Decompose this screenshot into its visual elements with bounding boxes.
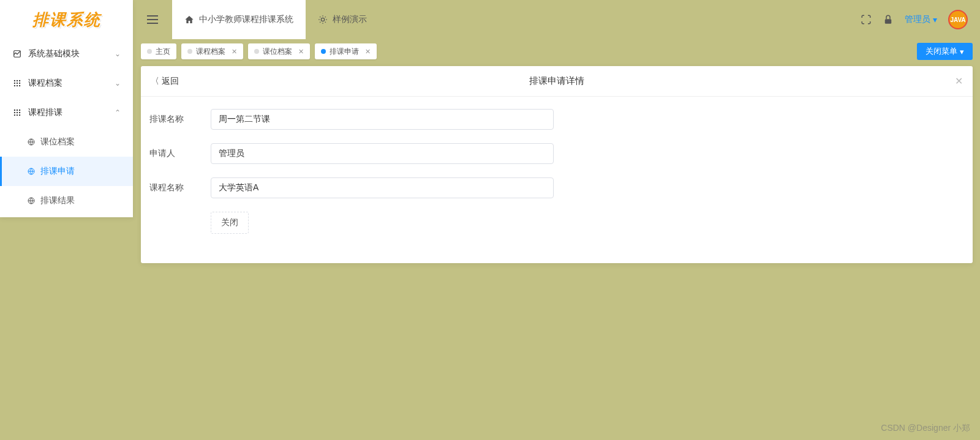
- close-button[interactable]: 关闭: [211, 212, 249, 234]
- detail-form: 排课名称 申请人 课程名称 关闭: [141, 97, 973, 246]
- content-panel: 〈 返回 排课申请详情 ✕ 排课名称 申请人 课程名称 关闭: [141, 66, 973, 263]
- tab-label: 排课申请: [330, 47, 359, 57]
- submenu-label: 排课结果: [40, 195, 75, 206]
- svg-point-13: [14, 112, 15, 113]
- sidebar-subitem-schedule-request[interactable]: 排课申请: [0, 157, 133, 186]
- svg-rect-34: [885, 19, 892, 24]
- sidebar-item-course-schedule[interactable]: 课程排课 ⌃: [0, 98, 133, 127]
- tab-dot-icon: [187, 49, 192, 54]
- tab-dot-icon: [147, 49, 152, 54]
- form-label: 排课名称: [149, 114, 211, 125]
- sidebar: 排课系统 系统基础模块 ⌄ 课程档案 ⌄ 课程排课 ⌃: [0, 0, 133, 217]
- header-right: 管理员 ▾ JAVA: [861, 10, 980, 29]
- dashboard-icon: [12, 49, 22, 59]
- user-menu[interactable]: 管理员 ▾: [905, 14, 937, 25]
- close-icon[interactable]: ✕: [298, 48, 304, 56]
- form-row-schedule-name: 排课名称: [149, 109, 964, 130]
- course-name-field[interactable]: [211, 177, 554, 198]
- globe-icon: [27, 167, 36, 176]
- svg-point-17: [17, 114, 18, 116]
- chevron-down-icon: ⌄: [115, 50, 121, 58]
- svg-point-15: [19, 112, 20, 113]
- fullscreen-icon[interactable]: [861, 14, 872, 25]
- close-menu-button[interactable]: 关闭菜单 ▾: [917, 43, 973, 60]
- page-title: 排课申请详情: [529, 75, 584, 87]
- grid-icon: [12, 78, 22, 88]
- svg-line-33: [325, 17, 326, 17]
- lock-icon[interactable]: [883, 14, 894, 25]
- menu-label: 课程排课: [28, 107, 115, 118]
- svg-point-12: [19, 110, 20, 111]
- header-tab-home[interactable]: 中小学教师课程排课系统: [172, 0, 306, 39]
- svg-point-11: [17, 110, 18, 111]
- svg-point-3: [19, 80, 20, 81]
- globe-icon: [27, 138, 36, 146]
- sidebar-item-system[interactable]: 系统基础模块 ⌄: [0, 39, 133, 69]
- watermark: CSDN @Designer 小郑: [881, 423, 970, 434]
- svg-point-7: [14, 85, 15, 86]
- close-icon[interactable]: ✕: [232, 48, 237, 56]
- hamburger-button[interactable]: [133, 0, 172, 39]
- chevron-up-icon: ⌃: [115, 108, 121, 117]
- svg-point-9: [19, 85, 20, 86]
- tab-label: 课位档案: [263, 47, 292, 57]
- svg-point-6: [19, 83, 20, 84]
- tab-dot-icon: [254, 49, 259, 54]
- header-tab-label: 样例演示: [333, 14, 367, 25]
- form-row-applicant: 申请人: [149, 143, 964, 164]
- svg-point-2: [17, 80, 18, 81]
- page-tab-home[interactable]: 主页: [141, 43, 176, 59]
- svg-point-5: [17, 83, 18, 84]
- applicant-field[interactable]: [211, 143, 554, 164]
- header: 中小学教师课程排课系统 样例演示 管理员 ▾ JAVA: [133, 0, 980, 39]
- sidebar-item-course-archive[interactable]: 课程档案 ⌄: [0, 69, 133, 98]
- page-tabs-bar: 主页 课程档案 ✕ 课位档案 ✕ 排课申请 ✕ 关闭菜单 ▾: [141, 43, 973, 60]
- header-tab-label: 中小学教师课程排课系统: [199, 14, 293, 25]
- svg-point-25: [321, 18, 324, 21]
- logo: 排课系统: [0, 0, 133, 39]
- svg-point-16: [14, 114, 15, 116]
- form-label: 课程名称: [149, 182, 211, 193]
- submenu-label: 排课申请: [40, 166, 75, 177]
- chevron-down-icon: ⌄: [115, 79, 121, 88]
- page-tab-schedule-request[interactable]: 排课申请 ✕: [315, 43, 377, 59]
- user-name: 管理员: [905, 14, 930, 25]
- close-menu-label: 关闭菜单: [925, 46, 957, 57]
- grid-icon: [12, 108, 22, 117]
- avatar[interactable]: JAVA: [948, 10, 968, 29]
- svg-line-29: [325, 22, 326, 23]
- page-tab-course-archive[interactable]: 课程档案 ✕: [181, 43, 243, 59]
- close-icon[interactable]: ✕: [365, 48, 371, 56]
- content-header: 〈 返回 排课申请详情 ✕: [141, 66, 973, 97]
- home-icon: [184, 15, 194, 24]
- tab-dot-icon: [321, 49, 326, 54]
- svg-point-8: [17, 85, 18, 86]
- svg-point-14: [17, 112, 18, 113]
- tab-label: 主页: [156, 47, 170, 57]
- close-icon[interactable]: ✕: [955, 75, 963, 87]
- back-button[interactable]: 〈 返回: [151, 76, 179, 87]
- svg-point-18: [19, 114, 20, 116]
- svg-line-32: [320, 22, 320, 23]
- chevron-down-icon: ▾: [960, 47, 964, 56]
- page-tab-slot-archive[interactable]: 课位档案 ✕: [248, 43, 310, 59]
- back-label: 返回: [162, 76, 179, 87]
- form-label: 申请人: [149, 148, 211, 159]
- header-tab-demo[interactable]: 样例演示: [306, 0, 379, 39]
- chevron-down-icon: ▾: [933, 15, 937, 24]
- svg-line-28: [320, 17, 320, 17]
- svg-point-1: [14, 80, 15, 81]
- chevron-left-icon: 〈: [151, 76, 159, 87]
- svg-point-4: [14, 83, 15, 84]
- svg-point-10: [14, 110, 15, 111]
- submenu-label: 课位档案: [40, 136, 75, 147]
- sidebar-subitem-schedule-result[interactable]: 排课结果: [0, 186, 133, 215]
- tab-label: 课程档案: [196, 47, 225, 57]
- form-actions: 关闭: [149, 212, 964, 234]
- globe-icon: [27, 196, 36, 205]
- sidebar-subitem-slot-archive[interactable]: 课位档案: [0, 127, 133, 157]
- form-row-course-name: 课程名称: [149, 177, 964, 198]
- schedule-name-field[interactable]: [211, 109, 554, 130]
- menu-icon: [145, 12, 160, 27]
- menu-label: 课程档案: [28, 78, 115, 89]
